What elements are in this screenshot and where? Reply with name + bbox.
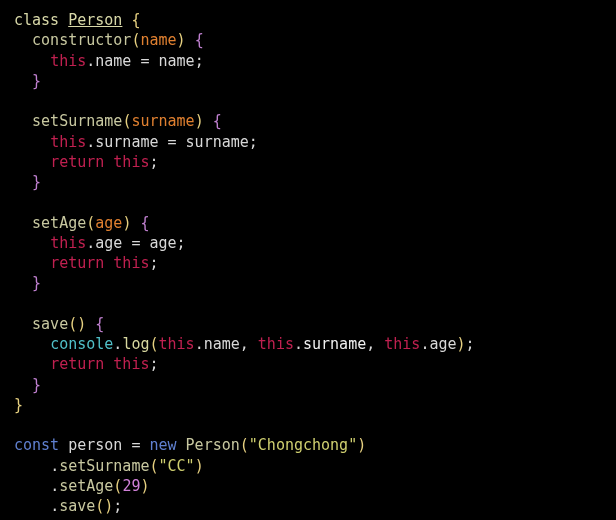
constructor-keyword: constructor bbox=[32, 31, 131, 49]
assign-op: = bbox=[168, 133, 177, 151]
string-cc: "CC" bbox=[159, 457, 195, 475]
return-keyword: return bbox=[50, 355, 104, 373]
call-save: save bbox=[59, 497, 95, 515]
dot: . bbox=[50, 477, 59, 495]
method-setsurname: setSurname bbox=[32, 112, 122, 130]
number-29: 29 bbox=[122, 477, 140, 495]
brace-open: { bbox=[213, 112, 222, 130]
paren-close: ) bbox=[104, 497, 113, 515]
assign-op: = bbox=[131, 234, 140, 252]
semicolon: ; bbox=[149, 153, 158, 171]
paren-close: ) bbox=[177, 31, 186, 49]
paren-open: ( bbox=[149, 335, 158, 353]
property-age: age bbox=[95, 234, 122, 252]
paren-open: ( bbox=[95, 497, 104, 515]
log-method: log bbox=[122, 335, 149, 353]
this-keyword: this bbox=[258, 335, 294, 353]
keyword-class: class bbox=[14, 11, 59, 29]
dot: . bbox=[50, 497, 59, 515]
dot: . bbox=[86, 133, 95, 151]
semicolon: ; bbox=[149, 355, 158, 373]
brace-close: } bbox=[32, 376, 41, 394]
var-person: person bbox=[68, 436, 122, 454]
brace-close: } bbox=[14, 396, 23, 414]
semicolon: ; bbox=[149, 254, 158, 272]
semicolon: ; bbox=[177, 234, 186, 252]
brace-open: { bbox=[140, 214, 149, 232]
this-keyword: this bbox=[113, 254, 149, 272]
class-person: Person bbox=[186, 436, 240, 454]
paren-open: ( bbox=[149, 457, 158, 475]
paren-open: ( bbox=[240, 436, 249, 454]
brace-open: { bbox=[131, 11, 140, 29]
this-keyword: this bbox=[50, 52, 86, 70]
param-age: age bbox=[95, 214, 122, 232]
semicolon: ; bbox=[249, 133, 258, 151]
property-name: name bbox=[95, 52, 131, 70]
param-surname: surname bbox=[131, 112, 194, 130]
brace-close: } bbox=[32, 274, 41, 292]
string-chongchong: "Chongchong" bbox=[249, 436, 357, 454]
brace-open: { bbox=[195, 31, 204, 49]
dot: . bbox=[86, 52, 95, 70]
brace-close: } bbox=[32, 72, 41, 90]
value-age: age bbox=[149, 234, 176, 252]
semicolon: ; bbox=[466, 335, 475, 353]
return-keyword: return bbox=[50, 254, 104, 272]
semicolon: ; bbox=[195, 52, 204, 70]
property-surname: surname bbox=[95, 133, 158, 151]
call-setsurname: setSurname bbox=[59, 457, 149, 475]
property-age: age bbox=[429, 335, 456, 353]
this-keyword: this bbox=[50, 133, 86, 151]
this-keyword: this bbox=[384, 335, 420, 353]
class-name: Person bbox=[68, 11, 122, 29]
console-object: console bbox=[50, 335, 113, 353]
paren-close: ) bbox=[457, 335, 466, 353]
method-setage: setAge bbox=[32, 214, 86, 232]
semicolon: ; bbox=[113, 497, 122, 515]
this-keyword: this bbox=[159, 335, 195, 353]
method-save: save bbox=[32, 315, 68, 333]
brace-close: } bbox=[32, 173, 41, 191]
paren-close: ) bbox=[122, 214, 131, 232]
new-keyword: new bbox=[149, 436, 176, 454]
this-keyword: this bbox=[113, 355, 149, 373]
property-name: name bbox=[204, 335, 240, 353]
paren-open: ( bbox=[86, 214, 95, 232]
this-keyword: this bbox=[113, 153, 149, 171]
dot: . bbox=[50, 457, 59, 475]
paren-close: ) bbox=[140, 477, 149, 495]
assign-op: = bbox=[131, 436, 140, 454]
assign-op: = bbox=[140, 52, 149, 70]
paren-close: ) bbox=[357, 436, 366, 454]
value-name: name bbox=[159, 52, 195, 70]
return-keyword: return bbox=[50, 153, 104, 171]
code-block: class Person { constructor(name) { this.… bbox=[14, 10, 602, 516]
dot: . bbox=[294, 335, 303, 353]
paren-close: ) bbox=[195, 112, 204, 130]
paren-close: ) bbox=[195, 457, 204, 475]
param-name: name bbox=[140, 31, 176, 49]
paren-open: ( bbox=[68, 315, 77, 333]
comma: , bbox=[366, 335, 375, 353]
dot: . bbox=[86, 234, 95, 252]
comma: , bbox=[240, 335, 249, 353]
call-setage: setAge bbox=[59, 477, 113, 495]
brace-open: { bbox=[95, 315, 104, 333]
value-surname: surname bbox=[186, 133, 249, 151]
dot: . bbox=[195, 335, 204, 353]
const-keyword: const bbox=[14, 436, 59, 454]
this-keyword: this bbox=[50, 234, 86, 252]
property-surname: surname bbox=[303, 335, 366, 353]
paren-close: ) bbox=[77, 315, 86, 333]
